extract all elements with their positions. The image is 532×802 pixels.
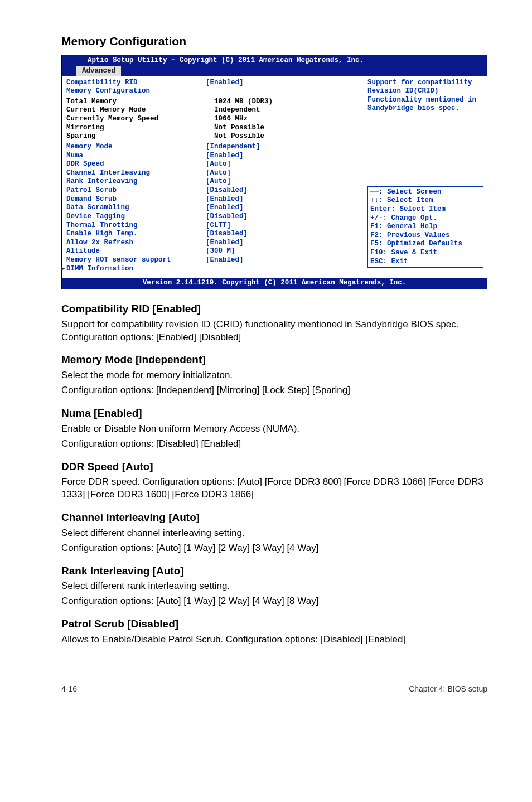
bios-setting-row[interactable]: Altitude[300 M] [66, 247, 359, 256]
section-paragraph: Enable or Disable Non uniform Memory Acc… [61, 423, 487, 436]
bios-setting-row[interactable]: DDR Speed[Auto] [66, 160, 359, 169]
bios-setting-label: Current Memory Mode [66, 106, 206, 115]
section-paragraph: Configuration options: [Independent] [Mi… [61, 384, 487, 397]
bios-setting-label: Data Scrambling [66, 204, 206, 212]
bios-header-title: Aptio Setup Utility - Copyright (C) 2011… [65, 56, 483, 65]
bios-setting-label: Thermal Throtting [66, 221, 206, 230]
bios-key-line: F5: Optimized Defaults [370, 240, 481, 249]
bios-setting-row[interactable]: Numa[Enabled] [66, 152, 359, 161]
bios-setting-label: Total Memory [66, 98, 206, 107]
bios-setting-row[interactable]: Memory HOT sensor support[Enabled] [66, 256, 359, 265]
bios-setting-row[interactable]: Current Memory Mode Independent [66, 106, 359, 115]
bios-setting-row[interactable]: Rank Interleaving[Auto] [66, 177, 359, 186]
bios-setting-value: Not Possible [206, 124, 264, 133]
bios-setting-label: Numa [66, 152, 206, 161]
bios-panel: Aptio Setup Utility - Copyright (C) 2011… [61, 55, 487, 289]
bios-setting-value: [Enabled] [206, 256, 244, 265]
bios-key-line: Enter: Select Item [370, 205, 481, 214]
section-heading: Patrol Scrub [Disabled] [61, 617, 487, 631]
bios-setting-value: [Enabled] [206, 152, 244, 161]
bios-setting-label: Rank Interleaving [66, 177, 206, 186]
section-heading: Channel Interleaving [Auto] [61, 510, 487, 525]
bios-setting-row[interactable]: Data Scrambling[Enabled] [66, 204, 359, 212]
bios-key-line: F10: Save & Exit [370, 249, 481, 258]
bios-setting-value: [Disabled] [206, 230, 248, 239]
section-paragraph: Select different channel interleaving se… [61, 527, 487, 540]
submenu-arrow-icon: ▶ [61, 265, 66, 274]
section-paragraph: Configuration options: [Auto] [1 Way] [2… [61, 595, 487, 608]
section-paragraph: Configuration options: [Auto] [1 Way] [2… [61, 542, 487, 555]
section-heading: Rank Interleaving [Auto] [61, 564, 487, 578]
bios-key-legend: →←: Select Screen↑↓: Select ItemEnter: S… [367, 186, 483, 268]
bios-setting-value: [300 M] [206, 247, 235, 256]
bios-setting-row[interactable]: Currently Memory Speed 1066 MHz [66, 115, 359, 124]
section-paragraph: Select the mode for memory initializaton… [61, 369, 487, 382]
bios-setting-label: Currently Memory Speed [66, 115, 206, 124]
bios-help-line: Functionality mentioned in [367, 96, 483, 105]
section-heading: Memory Mode [Independent] [61, 352, 487, 367]
bios-setting-value: [CLTT] [206, 221, 231, 230]
bios-help-pane: Support for compatibilityRevision ID(CRI… [364, 76, 487, 278]
bios-setting-value: [Enabled] [206, 204, 244, 212]
bios-tab-advanced[interactable]: Advanced [76, 66, 121, 76]
bios-setting-label: Compatibility RID [66, 79, 206, 88]
bios-key-line: +/-: Change Opt. [370, 214, 481, 223]
bios-setting-row[interactable]: Enable High Temp.[Disabled] [66, 230, 359, 239]
bios-setting-value: [Enabled] [206, 79, 244, 88]
bios-setting-value: [Auto] [206, 169, 231, 178]
bios-key-line: F1: General Help [370, 223, 481, 231]
bios-settings-list: Compatibility RID[Enabled]Memory Configu… [62, 76, 364, 278]
bios-setting-row[interactable]: Demand Scrub[Enabled] [66, 195, 359, 204]
bios-help-line: Sandybridge bios spec. [367, 104, 483, 113]
bios-setting-row[interactable]: Device Tagging[Disabled] [66, 212, 359, 221]
bios-setting-row[interactable]: Channel Interleaving[Auto] [66, 169, 359, 178]
bios-setting-label: Memory HOT sensor support [66, 256, 206, 265]
page-footer: 4-16 Chapter 4: BIOS setup [61, 680, 487, 694]
bios-setting-value: [Auto] [206, 160, 231, 169]
bios-setting-label: Device Tagging [66, 212, 206, 221]
bios-setting-value: [Disabled] [206, 212, 248, 221]
section-heading: DDR Speed [Auto] [61, 460, 487, 474]
bios-setting-label: Memory Configuration [66, 87, 206, 96]
chapter-label: Chapter 4: BIOS setup [409, 684, 487, 694]
bios-setting-value: 1066 MHz [206, 115, 248, 124]
bios-setting-label: Allow 2x Refresh [66, 239, 206, 248]
bios-setting-row[interactable]: Memory Configuration [66, 87, 359, 96]
bios-setting-row[interactable]: Memory Mode[Independent] [66, 143, 359, 152]
section-paragraph: Configuration options: [Disabled] [Enabl… [61, 438, 487, 451]
bios-setting-label: Mirroring [66, 124, 206, 133]
bios-help-line: Revision ID(CRID) [367, 87, 483, 96]
bios-setting-label: Altitude [66, 247, 206, 256]
bios-setting-value: [Independent] [206, 143, 260, 152]
bios-setting-row[interactable]: Total Memory 1024 MB (DDR3) [66, 98, 359, 107]
section-paragraph: Allows to Enable/Disable Patrol Scrub. C… [61, 634, 487, 646]
bios-setting-label: Enable High Temp. [66, 230, 206, 239]
section-heading: Numa [Enabled] [61, 406, 487, 421]
bios-setting-row[interactable]: Thermal Throtting[CLTT] [66, 221, 359, 230]
bios-setting-row[interactable]: Compatibility RID[Enabled] [66, 79, 359, 88]
bios-setting-value: Not Possible [206, 132, 264, 141]
bios-setting-value: 1024 MB (DDR3) [206, 98, 273, 107]
bios-key-line: ↑↓: Select Item [370, 196, 481, 205]
bios-key-line: →←: Select Screen [370, 188, 481, 197]
bios-setting-row[interactable]: Patrol Scrub[Disabled] [66, 186, 359, 195]
bios-key-line: ESC: Exit [370, 258, 481, 267]
bios-setting-row[interactable]: Sparing Not Possible [66, 132, 359, 141]
bios-setting-row[interactable]: Allow 2x Refresh[Enabled] [66, 239, 359, 248]
page-title: Memory Configuration [61, 33, 487, 49]
bios-setting-label: Channel Interleaving [66, 169, 206, 178]
bios-setting-value: [Enabled] [206, 239, 244, 248]
bios-setting-label: Patrol Scrub [66, 186, 206, 195]
bios-setting-row[interactable]: ▶DIMM Information [66, 265, 359, 274]
bios-header: Aptio Setup Utility - Copyright (C) 2011… [62, 55, 487, 76]
bios-setting-value: [Auto] [206, 177, 231, 186]
bios-setting-value: [Disabled] [206, 186, 248, 195]
bios-footer: Version 2.14.1219. Copyright (C) 2011 Am… [62, 278, 487, 289]
page-number: 4-16 [61, 684, 77, 694]
section-paragraph: Select different rank interleaving setti… [61, 580, 487, 593]
bios-setting-row[interactable]: Mirroring Not Possible [66, 124, 359, 133]
section-paragraph: Force DDR speed. Configuration options: … [61, 476, 487, 501]
bios-setting-value: [Enabled] [206, 195, 244, 204]
bios-key-line: F2: Previous Values [370, 231, 481, 240]
bios-setting-label: DIMM Information [66, 265, 206, 274]
